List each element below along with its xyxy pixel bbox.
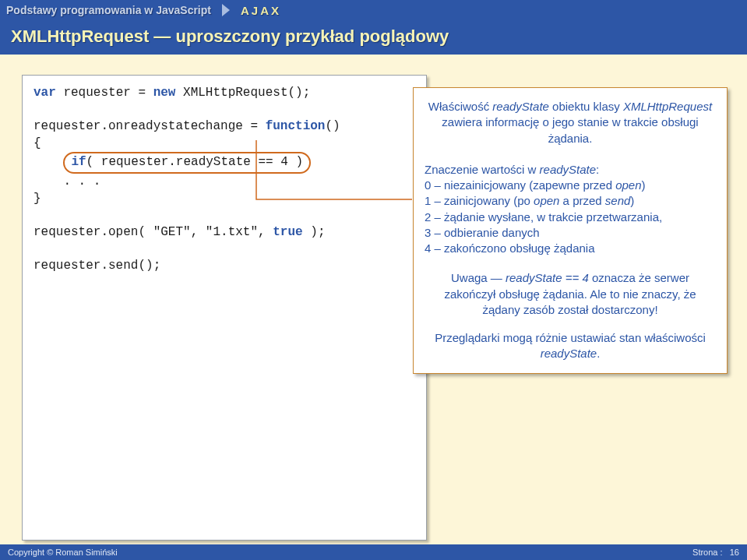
code-line: . . . [33, 174, 415, 191]
note-paragraph: Uwaga — readyState == 4 oznacza że serwe… [425, 270, 716, 318]
code-line: } [33, 191, 415, 208]
code-line: requester.onreadystatechange = function(… [33, 118, 415, 136]
copyright-text: Copyright © Roman Simiński [8, 548, 118, 557]
code-example-box: var requester = new XMLHttpRequest(); re… [22, 75, 427, 541]
breadcrumb-separator-icon [222, 4, 230, 16]
slide-footer: Copyright © Roman Simiński Strona : 16 [0, 544, 747, 560]
note-paragraph: Właściwość readyState obiektu klasy XMLH… [425, 99, 716, 146]
note-paragraph: Przeglądarki mogą różnie ustawiać stan w… [425, 330, 716, 362]
page-number: 16 [730, 548, 739, 557]
page-indicator: Strona : 16 [692, 548, 739, 557]
code-line: requester.open( "GET", "1.txt", true ); [33, 224, 415, 241]
code-line: if( requester.readyState == 4 ) [33, 152, 415, 174]
slide-title: XMLHttpRequest — uproszczony przykład po… [11, 26, 736, 47]
highlighted-condition: if( requester.readyState == 4 ) [63, 152, 311, 174]
top-breadcrumb: Podstawy programowania w JavaScript AJAX [0, 0, 747, 20]
code-line: var requester = new XMLHttpRequest(); [33, 85, 415, 102]
slide-header: XMLHttpRequest — uproszczony przykład po… [0, 20, 747, 55]
course-title: Podstawy programowania w JavaScript [6, 4, 211, 16]
explanation-callout: Właściwość readyState obiektu klasy XMLH… [413, 87, 728, 374]
code-line: requester.send(); [33, 258, 415, 275]
section-badge: AJAX [241, 4, 281, 17]
code-line: { [33, 136, 415, 153]
note-paragraph: Znaczenie wartości w readyState: 0 – nie… [425, 162, 716, 257]
slide-content: var requester = new XMLHttpRequest(); re… [0, 55, 747, 83]
